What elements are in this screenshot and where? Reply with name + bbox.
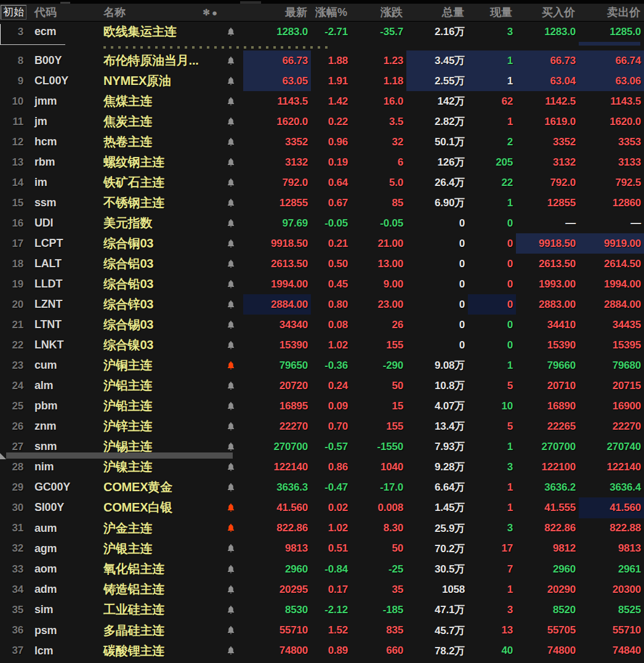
table-row[interactable]: 21 LTNT 综合锡03 34340 0.08 26 0 0 34410 34… <box>0 315 644 335</box>
alert-bell-icon[interactable] <box>227 422 235 432</box>
alert-bell-icon[interactable] <box>227 117 235 127</box>
alert-bell-icon[interactable] <box>227 361 235 371</box>
instrument-name: 焦炭主连 <box>99 113 219 130</box>
alert-bell-icon[interactable] <box>227 158 235 167</box>
current-volume: 0 <box>468 213 516 233</box>
total-volume: 0 <box>406 335 468 355</box>
scrollbar-thumb[interactable] <box>6 452 233 459</box>
alert-bell-icon[interactable] <box>227 503 235 513</box>
alert-bell-icon[interactable] <box>227 137 235 147</box>
table-row[interactable]: 17 LCPT 综合铜03 9918.50 0.21 21.00 0 0 991… <box>0 233 644 254</box>
partially-scrolled-row <box>0 42 644 50</box>
table-row[interactable]: 15 ssm 不锈钢主连 12855 0.67 85 6.90万 1 12855… <box>0 193 644 213</box>
table-row[interactable]: 11 jm 焦炭主连 1620.0 0.22 3.5 2.82万 1 1619.… <box>0 111 644 132</box>
alert-bell-icon[interactable] <box>227 523 235 533</box>
table-row[interactable]: 8 B00Y 布伦特原油当月... 66.73 1.88 1.23 3.45万 … <box>0 50 644 71</box>
last-price: 8530 <box>243 600 311 620</box>
change-value: 32 <box>351 132 406 152</box>
header-bid[interactable]: 买入价 <box>516 5 579 20</box>
table-row[interactable]: 13 rbm 螺纹钢主连 3132 0.19 6 126万 205 3132 3… <box>0 152 644 172</box>
header-code[interactable]: 代码 <box>30 5 99 20</box>
alert-bell-icon[interactable] <box>227 76 235 86</box>
ask-price: 8525 <box>579 600 644 620</box>
table-row[interactable]: 37 lcm 碳酸锂主连 74800 0.89 660 78.2万 40 748… <box>0 641 644 661</box>
instrument-name: 综合镍03 <box>99 337 219 353</box>
alert-bell-icon[interactable] <box>227 381 235 391</box>
table-row[interactable]: 32 agm 沪银主连 9813 0.51 50 70.2万 17 9812 9… <box>0 539 644 559</box>
alert-bell-icon[interactable] <box>227 401 235 411</box>
header-pct[interactable]: 涨幅% <box>311 5 351 20</box>
header-name[interactable]: 名称 ✻ ● <box>99 5 219 20</box>
header-ask[interactable]: 卖出价 <box>579 5 644 20</box>
instrument-name: 美元指数 <box>99 215 219 231</box>
header-cur[interactable]: 现量 <box>468 5 516 20</box>
header-last[interactable]: 最新 <box>243 5 311 20</box>
bid-price: 16890 <box>516 396 579 416</box>
alert-bell-icon[interactable] <box>227 483 235 492</box>
table-row[interactable]: 22 LNKT 综合镍03 15390 1.02 155 0 0 15390 1… <box>0 335 644 355</box>
header-chg[interactable]: 涨跌 <box>351 5 406 20</box>
table-row[interactable]: 14 im 铁矿石主连 792.0 0.64 5.0 26.4万 22 792.… <box>0 172 644 193</box>
alert-bell-icon[interactable] <box>227 97 235 106</box>
alert-bell-icon[interactable] <box>227 585 235 595</box>
total-volume: 25.9万 <box>406 518 468 539</box>
alert-bell-icon[interactable] <box>227 198 235 208</box>
alert-bell-icon[interactable] <box>227 646 235 656</box>
alert-bell-icon[interactable] <box>227 56 235 66</box>
scroll-corner-triangle <box>0 453 6 459</box>
table-row[interactable]: 34 adm 铸造铝主连 20295 0.17 35 1058 1 20290 … <box>0 579 644 600</box>
ask-price: 3353 <box>579 132 644 152</box>
alert-bell-icon[interactable] <box>227 565 235 574</box>
table-row[interactable]: 23 cum 沪铜主连 79650 -0.36 -290 9.08万 1 796… <box>0 355 644 376</box>
current-volume: 3 <box>468 457 516 477</box>
bid-price: 2883.00 <box>516 294 579 315</box>
alert-bell-icon[interactable] <box>227 259 235 269</box>
table-row[interactable]: 10 jmm 焦煤主连 1143.5 1.42 16.0 142万 62 114… <box>0 91 644 111</box>
table-row[interactable]: 20 LZNT 综合锌03 2884.00 0.80 23.00 0 0 288… <box>0 294 644 315</box>
alert-bell-icon[interactable] <box>227 279 235 289</box>
total-volume: 50.1万 <box>406 132 468 152</box>
instrument-code: B00Y <box>30 54 99 67</box>
change-percent: 1.02 <box>311 335 351 355</box>
alert-bell-icon[interactable] <box>227 27 235 37</box>
alert-bell-icon[interactable] <box>227 219 235 228</box>
alert-bell-icon[interactable] <box>227 605 235 615</box>
change-value: 9.00 <box>351 274 406 294</box>
table-row[interactable]: 29 GC00Y COMEX黄金 3636.3 -0.47 -17.0 6.64… <box>0 477 644 497</box>
ask-price: — <box>579 213 644 233</box>
alert-bell-icon[interactable] <box>227 178 235 188</box>
corner-sort-cell: 初始 <box>0 5 30 20</box>
alert-bell-icon[interactable] <box>227 625 235 635</box>
change-percent: 1.02 <box>311 518 351 539</box>
change-value: 13.00 <box>351 254 406 274</box>
alert-bell-icon[interactable] <box>227 544 235 553</box>
table-row[interactable]: 9 CL00Y NYMEX原油 63.05 1.91 1.18 2.55万 1 … <box>0 71 644 91</box>
header-vol[interactable]: 总量 <box>406 5 468 20</box>
table-row[interactable]: 3 ecm 欧线集运主连 1283.0 -2.71 -35.7 2.16万 3 … <box>0 22 644 42</box>
table-row[interactable]: 33 aom 氧化铝主连 2960 -0.84 -25 30.5万 7 2960… <box>0 559 644 579</box>
table-row[interactable]: 16 UDI 美元指数 97.69 -0.05 -0.05 0 0 — — <box>0 213 644 233</box>
table-row[interactable]: 30 SI00Y COMEX白银 41.560 0.02 0.008 1.45万… <box>0 497 644 518</box>
total-volume: 45.7万 <box>406 621 468 641</box>
table-row[interactable]: 36 psm 多晶硅主连 55710 1.52 835 45.7万 13 557… <box>0 621 644 641</box>
table-row[interactable]: 26 znm 沪锌主连 22270 0.70 155 13.4万 5 22265… <box>0 416 644 436</box>
alert-bell-icon[interactable] <box>227 340 235 350</box>
alert-bell-icon[interactable] <box>227 300 235 310</box>
table-row[interactable]: 31 aum 沪金主连 822.86 1.02 8.30 25.9万 3 822… <box>0 518 644 539</box>
alert-bell-icon[interactable] <box>227 462 235 472</box>
table-row[interactable]: 24 alm 沪铝主连 20720 0.24 50 10.8万 5 20710 … <box>0 376 644 396</box>
alert-bell-icon[interactable] <box>227 239 235 249</box>
initial-sort-button[interactable]: 初始 <box>1 5 26 20</box>
table-row[interactable]: 25 pbm 沪铅主连 16895 0.09 15 4.07万 10 16890… <box>0 396 644 416</box>
table-row[interactable]: 28 nim 沪镍主连 122140 0.86 1040 9.28万 3 122… <box>0 457 644 477</box>
current-volume: 62 <box>468 91 516 111</box>
total-volume: 2.16万 <box>406 22 468 42</box>
alert-bell-icon[interactable] <box>227 442 235 452</box>
table-row[interactable]: 18 LALT 综合铝03 2613.50 0.50 13.00 0 0 261… <box>0 254 644 274</box>
alert-bell-icon[interactable] <box>227 320 235 330</box>
current-volume: 1 <box>468 477 516 497</box>
table-row[interactable]: 12 hcm 热卷主连 3352 0.96 32 50.1万 2 3352 33… <box>0 132 644 152</box>
table-row[interactable]: 19 LLDT 综合铅03 1994.00 0.45 9.00 0 0 1993… <box>0 274 644 294</box>
table-row[interactable]: 35 sim 工业硅主连 8530 -2.12 -185 47.1万 3 852… <box>0 600 644 620</box>
instrument-name: 综合锌03 <box>99 296 219 313</box>
